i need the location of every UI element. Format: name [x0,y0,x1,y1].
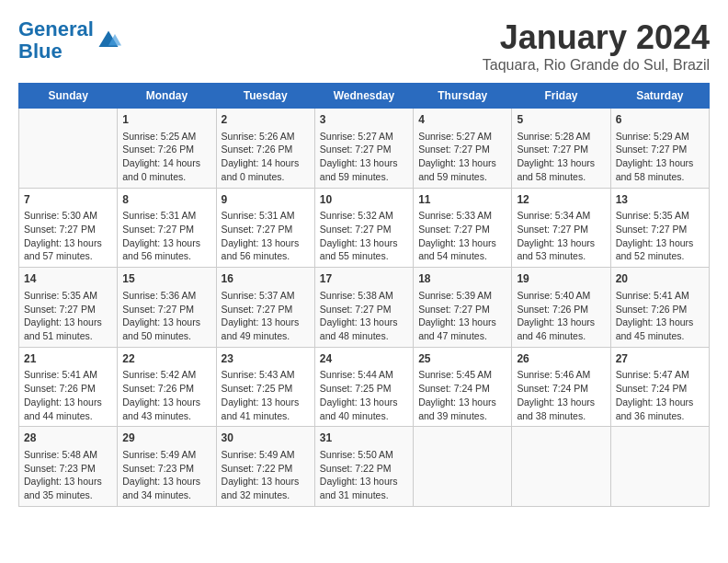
calendar-cell: 13Sunrise: 5:35 AMSunset: 7:27 PMDayligh… [610,188,709,268]
calendar-cell: 17Sunrise: 5:38 AMSunset: 7:27 PMDayligh… [314,268,413,348]
header-cell-friday: Friday [512,84,610,109]
day-number: 5 [517,112,605,128]
cell-content: Sunrise: 5:34 AMSunset: 7:27 PMDaylight:… [517,209,605,263]
calendar-cell: 11Sunrise: 5:33 AMSunset: 7:27 PMDayligh… [414,188,512,268]
cell-content: Sunrise: 5:45 AMSunset: 7:24 PMDaylight:… [418,368,506,422]
title-block: January 2024 Taquara, Rio Grande do Sul,… [483,18,710,74]
subtitle: Taquara, Rio Grande do Sul, Brazil [483,57,710,74]
cell-content: Sunrise: 5:31 AMSunset: 7:27 PMDaylight:… [222,209,310,263]
calendar-cell: 9Sunrise: 5:31 AMSunset: 7:27 PMDaylight… [216,188,314,268]
cell-content: Sunrise: 5:38 AMSunset: 7:27 PMDaylight:… [320,289,408,343]
cell-content: Sunrise: 5:43 AMSunset: 7:25 PMDaylight:… [222,368,310,422]
calendar-cell: 7Sunrise: 5:30 AMSunset: 7:27 PMDaylight… [19,188,118,268]
day-number: 30 [222,431,310,446]
day-number: 28 [24,431,112,446]
cell-content: Sunrise: 5:41 AMSunset: 7:26 PMDaylight:… [616,289,704,343]
day-number: 8 [122,192,210,208]
logo-line1: General [18,17,94,40]
calendar-cell [414,427,512,507]
day-number: 12 [517,192,605,208]
day-number: 31 [320,431,408,446]
day-number: 14 [24,271,112,287]
cell-content: Sunrise: 5:31 AMSunset: 7:27 PMDaylight:… [122,209,210,263]
day-number: 19 [517,271,605,287]
calendar-cell: 23Sunrise: 5:43 AMSunset: 7:25 PMDayligh… [216,347,314,427]
day-number: 15 [122,271,210,287]
calendar-header: SundayMondayTuesdayWednesdayThursdayFrid… [19,84,710,109]
cell-content: Sunrise: 5:26 AMSunset: 7:26 PMDaylight:… [222,130,310,184]
calendar-cell: 31Sunrise: 5:50 AMSunset: 7:22 PMDayligh… [314,427,413,507]
calendar-cell: 30Sunrise: 5:49 AMSunset: 7:22 PMDayligh… [216,427,314,507]
week-row-1: 1Sunrise: 5:25 AMSunset: 7:26 PMDaylight… [19,109,710,189]
day-number: 21 [24,351,112,367]
cell-content: Sunrise: 5:42 AMSunset: 7:26 PMDaylight:… [122,368,210,422]
calendar-cell: 21Sunrise: 5:41 AMSunset: 7:26 PMDayligh… [19,347,118,427]
day-number: 11 [418,192,506,208]
cell-content: Sunrise: 5:44 AMSunset: 7:25 PMDaylight:… [320,368,408,422]
cell-content: Sunrise: 5:49 AMSunset: 7:23 PMDaylight:… [122,448,210,502]
header-cell-sunday: Sunday [19,84,118,109]
header-cell-thursday: Thursday [414,84,512,109]
cell-content: Sunrise: 5:49 AMSunset: 7:22 PMDaylight:… [222,448,310,502]
day-number: 17 [320,271,408,287]
calendar-cell: 2Sunrise: 5:26 AMSunset: 7:26 PMDaylight… [216,109,314,189]
header-cell-wednesday: Wednesday [314,84,413,109]
week-row-3: 14Sunrise: 5:35 AMSunset: 7:27 PMDayligh… [19,268,710,348]
cell-content: Sunrise: 5:27 AMSunset: 7:27 PMDaylight:… [320,130,408,184]
day-number: 7 [24,192,112,208]
calendar-cell: 18Sunrise: 5:39 AMSunset: 7:27 PMDayligh… [414,268,512,348]
calendar-cell: 16Sunrise: 5:37 AMSunset: 7:27 PMDayligh… [216,268,314,348]
calendar-cell: 24Sunrise: 5:44 AMSunset: 7:25 PMDayligh… [314,347,413,427]
calendar-cell: 8Sunrise: 5:31 AMSunset: 7:27 PMDaylight… [118,188,216,268]
day-number: 29 [122,431,210,446]
logo-icon [96,28,121,53]
logo-text: General Blue [18,18,94,63]
calendar-cell [19,109,118,189]
calendar-body: 1Sunrise: 5:25 AMSunset: 7:26 PMDaylight… [19,109,710,507]
day-number: 16 [222,271,310,287]
week-row-5: 28Sunrise: 5:48 AMSunset: 7:23 PMDayligh… [19,427,710,507]
day-number: 18 [418,271,506,287]
cell-content: Sunrise: 5:33 AMSunset: 7:27 PMDaylight:… [418,209,506,263]
page-header: General Blue January 2024 Taquara, Rio G… [18,18,710,74]
day-number: 26 [517,351,605,367]
day-number: 9 [222,192,310,208]
calendar-cell: 4Sunrise: 5:27 AMSunset: 7:27 PMDaylight… [414,109,512,189]
calendar-cell: 15Sunrise: 5:36 AMSunset: 7:27 PMDayligh… [118,268,216,348]
calendar-cell [512,427,610,507]
calendar-cell: 3Sunrise: 5:27 AMSunset: 7:27 PMDaylight… [314,109,413,189]
calendar-cell: 29Sunrise: 5:49 AMSunset: 7:23 PMDayligh… [118,427,216,507]
week-row-2: 7Sunrise: 5:30 AMSunset: 7:27 PMDaylight… [19,188,710,268]
calendar-cell: 5Sunrise: 5:28 AMSunset: 7:27 PMDaylight… [512,109,610,189]
calendar-cell: 1Sunrise: 5:25 AMSunset: 7:26 PMDaylight… [118,109,216,189]
cell-content: Sunrise: 5:40 AMSunset: 7:26 PMDaylight:… [517,289,605,343]
cell-content: Sunrise: 5:50 AMSunset: 7:22 PMDaylight:… [320,448,408,502]
day-number: 13 [616,192,704,208]
cell-content: Sunrise: 5:46 AMSunset: 7:24 PMDaylight:… [517,368,605,422]
cell-content: Sunrise: 5:25 AMSunset: 7:26 PMDaylight:… [122,130,210,184]
cell-content: Sunrise: 5:39 AMSunset: 7:27 PMDaylight:… [418,289,506,343]
day-number: 24 [320,351,408,367]
calendar-cell: 19Sunrise: 5:40 AMSunset: 7:26 PMDayligh… [512,268,610,348]
day-number: 23 [222,351,310,367]
calendar-table: SundayMondayTuesdayWednesdayThursdayFrid… [18,83,710,507]
logo-line2: Blue [18,40,63,63]
main-title: January 2024 [483,18,710,57]
calendar-cell: 28Sunrise: 5:48 AMSunset: 7:23 PMDayligh… [19,427,118,507]
calendar-cell: 20Sunrise: 5:41 AMSunset: 7:26 PMDayligh… [610,268,709,348]
calendar-cell: 6Sunrise: 5:29 AMSunset: 7:27 PMDaylight… [610,109,709,189]
day-number: 20 [616,271,704,287]
day-number: 10 [320,192,408,208]
calendar-cell: 22Sunrise: 5:42 AMSunset: 7:26 PMDayligh… [118,347,216,427]
week-row-4: 21Sunrise: 5:41 AMSunset: 7:26 PMDayligh… [19,347,710,427]
header-cell-monday: Monday [118,84,216,109]
cell-content: Sunrise: 5:32 AMSunset: 7:27 PMDaylight:… [320,209,408,263]
day-number: 22 [122,351,210,367]
calendar-cell: 12Sunrise: 5:34 AMSunset: 7:27 PMDayligh… [512,188,610,268]
day-number: 3 [320,112,408,128]
cell-content: Sunrise: 5:37 AMSunset: 7:27 PMDaylight:… [222,289,310,343]
cell-content: Sunrise: 5:35 AMSunset: 7:27 PMDaylight:… [24,289,112,343]
header-cell-tuesday: Tuesday [216,84,314,109]
calendar-cell: 10Sunrise: 5:32 AMSunset: 7:27 PMDayligh… [314,188,413,268]
calendar-cell [610,427,709,507]
